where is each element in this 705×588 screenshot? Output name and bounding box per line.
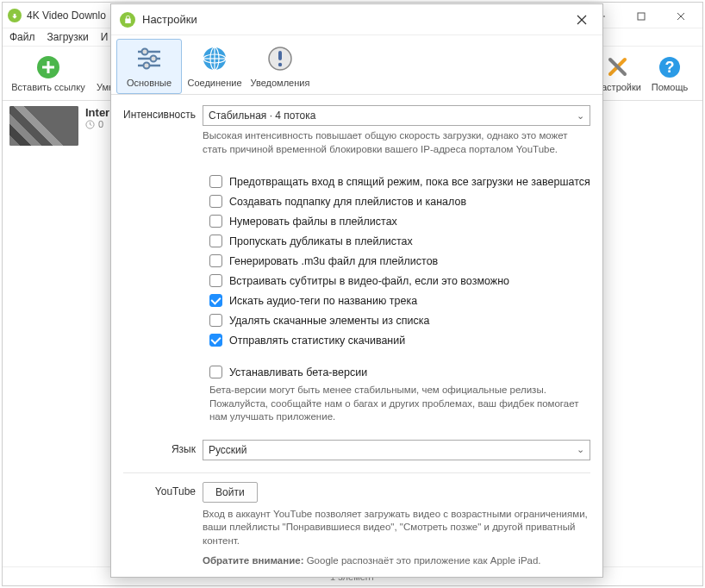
tab-notifications-label: Уведомления xyxy=(251,78,310,88)
dialog-icon xyxy=(120,12,135,28)
svg-point-29 xyxy=(278,63,282,66)
menu-file[interactable]: Файл xyxy=(9,31,35,43)
check-audio-tags[interactable]: Искать аудио-теги по названию трека xyxy=(209,294,590,307)
intensity-help: Высокая интенсивность повышает общую ско… xyxy=(203,129,590,156)
help-button[interactable]: ? Помощь xyxy=(644,54,696,92)
settings-dialog: Настройки Основные Соединение Уведомлени… xyxy=(110,3,603,578)
check-skip-dupes[interactable]: Пропускать дубликаты в плейлистах xyxy=(209,235,590,247)
tab-general-label: Основные xyxy=(127,78,172,88)
intensity-label: Интенсивность xyxy=(123,105,203,121)
youtube-note-text: Google распознаёт это приложение как App… xyxy=(303,555,540,566)
paste-link-label: Вставить ссылку xyxy=(11,82,84,92)
dialog-title: Настройки xyxy=(142,13,197,26)
alert-icon xyxy=(265,43,296,74)
language-select[interactable]: Русский ⌄ xyxy=(203,440,590,460)
tab-connection[interactable]: Соединение xyxy=(182,39,247,94)
sliders-icon xyxy=(134,43,165,74)
check-send-stats[interactable]: Отправлять статистику скачиваний xyxy=(209,334,590,347)
video-title: Inter xyxy=(85,106,109,119)
help-icon: ? xyxy=(657,54,683,80)
video-thumbnail xyxy=(9,106,78,146)
settings-icon xyxy=(605,54,631,80)
dialog-close-button[interactable] xyxy=(570,8,594,32)
menu-more[interactable]: И xyxy=(101,31,109,43)
chevron-down-icon: ⌄ xyxy=(577,110,584,122)
svg-point-21 xyxy=(144,63,150,69)
language-value: Русский xyxy=(209,444,247,456)
help-label: Помощь xyxy=(652,82,689,92)
clock-icon xyxy=(85,120,95,129)
check-embed-subs[interactable]: Встраивать субтитры в видео-файл, если э… xyxy=(209,274,590,287)
check-gen-m3u[interactable]: Генерировать .m3u файл для плейлистов xyxy=(209,254,590,267)
tab-connection-label: Соединение xyxy=(187,78,241,88)
youtube-login-button[interactable]: Войти xyxy=(203,482,258,503)
menu-downloads[interactable]: Загрузки xyxy=(47,31,89,43)
check-beta[interactable]: Устанавливать бета-версии xyxy=(209,366,590,378)
close-icon xyxy=(677,12,685,21)
app-icon xyxy=(8,9,22,22)
dialog-tabs: Основные Соединение Уведомления xyxy=(111,35,602,95)
chevron-down-icon: ⌄ xyxy=(577,444,584,455)
paste-link-icon xyxy=(35,54,61,80)
tab-general[interactable]: Основные xyxy=(116,39,182,94)
svg-rect-28 xyxy=(278,51,282,60)
maximize-icon xyxy=(637,12,646,21)
maximize-button[interactable] xyxy=(621,4,661,28)
youtube-note-label: Обратите внимание: xyxy=(203,555,303,566)
dialog-titlebar: Настройки xyxy=(111,4,602,35)
check-subfolder[interactable]: Создавать подпапку для плейлистов и кана… xyxy=(209,195,590,208)
youtube-label: YouTube xyxy=(123,482,203,497)
tab-notifications[interactable]: Уведомления xyxy=(247,39,313,94)
check-remove-done[interactable]: Удалять скачанные элементы из списка xyxy=(209,314,590,327)
globe-icon xyxy=(199,43,230,74)
youtube-note: Обратите внимание: Google распознаёт это… xyxy=(203,554,590,568)
svg-point-19 xyxy=(151,56,157,62)
check-prevent-sleep[interactable]: Предотвращать вход в спящий режим, пока … xyxy=(209,175,590,188)
app-title: 4K Video Downlo xyxy=(27,9,106,22)
intensity-select[interactable]: Стабильная · 4 потока ⌄ xyxy=(203,105,590,126)
youtube-help: Вход в аккаунт YouTube позволяет загружа… xyxy=(203,508,590,548)
paste-link-button[interactable]: Вставить ссылку xyxy=(9,54,87,92)
intensity-value: Стабильная · 4 потока xyxy=(209,109,315,122)
language-label: Язык xyxy=(123,440,203,455)
check-number-files[interactable]: Нумеровать файлы в плейлистах xyxy=(209,215,590,228)
svg-point-17 xyxy=(142,49,148,55)
svg-text:?: ? xyxy=(665,59,675,76)
close-button[interactable] xyxy=(661,4,701,28)
beta-help: Бета-версии могут быть менее стабильными… xyxy=(209,384,590,424)
close-icon xyxy=(577,15,587,25)
svg-rect-1 xyxy=(638,13,645,20)
video-duration: 0 xyxy=(98,119,103,129)
dialog-body: Интенсивность Стабильная · 4 потока ⌄ Вы… xyxy=(111,95,602,577)
svg-line-13 xyxy=(90,124,92,125)
video-meta: Inter 0 xyxy=(85,106,109,129)
